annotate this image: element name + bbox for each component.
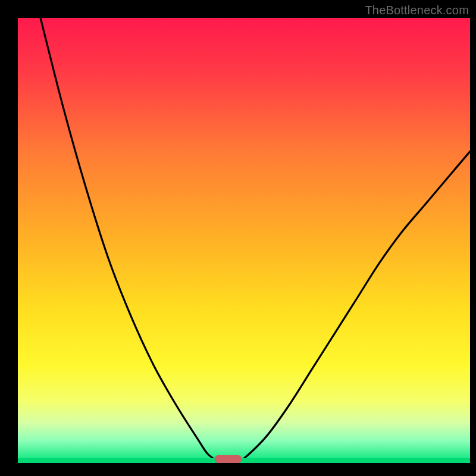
bottleneck-chart bbox=[0, 0, 476, 476]
bottleneck-marker-pill bbox=[215, 455, 242, 463]
plot-background bbox=[18, 18, 470, 463]
watermark-text: TheBottleneck.com bbox=[365, 4, 469, 17]
chart-frame: TheBottleneck.com bbox=[0, 0, 476, 476]
baseline-green-strip bbox=[18, 458, 470, 463]
